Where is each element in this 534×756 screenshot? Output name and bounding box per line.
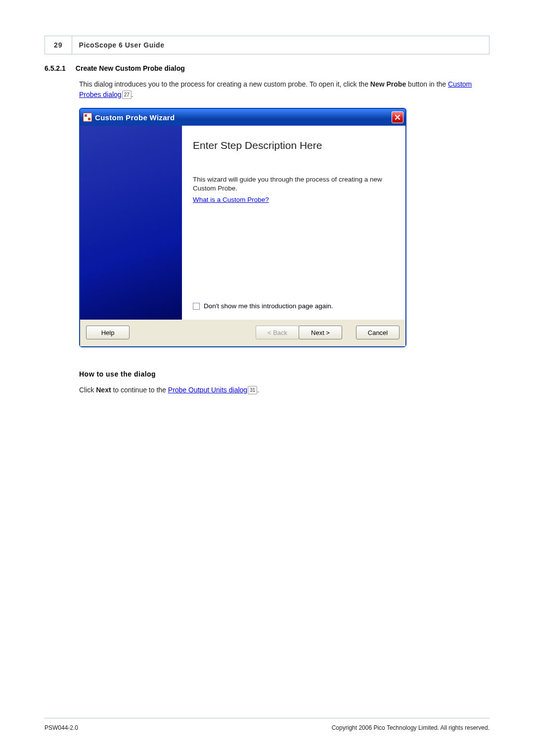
howto-paragraph: Click Next to continue to the Probe Outp… <box>79 385 490 395</box>
next-button[interactable]: Next > <box>299 326 342 339</box>
dont-show-row: Don't show me this introduction page aga… <box>193 302 395 310</box>
footer-doc-id: PSW044-2.0 <box>44 724 78 731</box>
page-number: 29 <box>45 36 72 54</box>
footer-copyright: Copyright 2006 Pico Technology Limited. … <box>332 724 490 731</box>
page-footer: PSW044-2.0 Copyright 2006 Pico Technolog… <box>44 718 490 731</box>
close-icon <box>395 114 400 120</box>
section-number: 6.5.2.1 <box>44 64 66 72</box>
wizard-content: Enter Step Description Here This wizard … <box>182 126 405 320</box>
cancel-button[interactable]: Cancel <box>356 326 400 339</box>
dont-show-checkbox[interactable] <box>193 303 200 310</box>
help-button[interactable]: Help <box>86 326 130 339</box>
probe-output-units-link[interactable]: Probe Output Units dialog <box>168 386 247 394</box>
header-bar: 29 PicoScope 6 User Guide <box>44 36 490 54</box>
section-title: Create New Custom Probe dialog <box>76 64 185 72</box>
close-button[interactable] <box>392 111 403 123</box>
dont-show-label: Don't show me this introduction page aga… <box>204 302 333 310</box>
next-bold: Next <box>96 386 111 394</box>
new-probe-bold: New Probe <box>370 80 406 88</box>
doc-title: PicoScope 6 User Guide <box>72 36 172 54</box>
wizard-body: Enter Step Description Here This wizard … <box>80 126 405 320</box>
wizard-description: This wizard will guide you through the p… <box>193 175 395 193</box>
dialog-titlebar: Custom Probe Wizard <box>80 109 405 126</box>
page-ref-31: 31 <box>248 386 257 394</box>
section-heading: 6.5.2.1Create New Custom Probe dialog <box>44 64 490 72</box>
page-ref-27: 27 <box>122 91 132 99</box>
how-to-heading: How to use the dialog <box>79 370 490 378</box>
step-title: Enter Step Description Here <box>193 140 395 151</box>
custom-probe-wizard-dialog: Custom Probe Wizard Enter Step Descripti… <box>79 108 406 347</box>
what-is-custom-probe-link[interactable]: What is a Custom Probe? <box>193 196 395 203</box>
app-icon <box>83 113 92 122</box>
back-button: < Back <box>256 326 299 339</box>
intro-paragraph: This dialog introduces you to the proces… <box>79 79 490 100</box>
wizard-footer: Help < Back Next > Cancel <box>80 320 405 346</box>
wizard-sidebar-image <box>80 126 182 320</box>
dialog-title: Custom Probe Wizard <box>95 113 392 122</box>
